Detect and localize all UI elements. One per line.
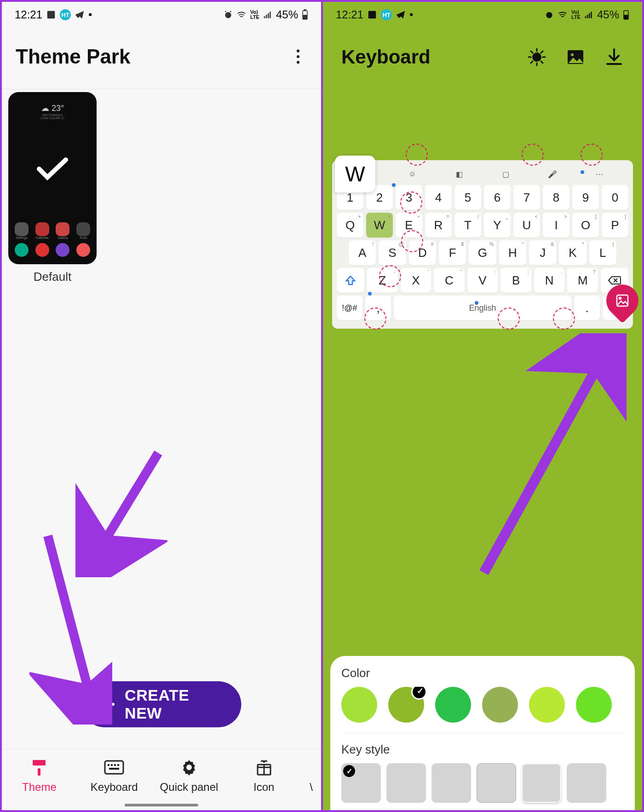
ht-icon: HT <box>60 9 71 20</box>
color-swatch-0[interactable] <box>341 687 377 723</box>
status-time: 12:21 <box>336 8 363 21</box>
svg-point-34 <box>619 297 621 299</box>
svg-point-11 <box>297 61 299 64</box>
svg-rect-24 <box>585 16 586 18</box>
keystyle-6[interactable] <box>567 763 606 803</box>
bottom-sheet: Color Key style <box>330 656 635 810</box>
alarm-icon <box>224 10 233 19</box>
svg-rect-26 <box>589 13 590 18</box>
key-G: G% <box>469 240 496 265</box>
svg-point-1 <box>225 12 231 18</box>
key-J: J& <box>529 240 556 265</box>
keystyle-flat[interactable] <box>341 763 381 803</box>
svg-rect-0 <box>47 11 55 19</box>
volte-icon: Vo)LTE <box>250 10 259 20</box>
nav-quick-panel[interactable]: Quick panel <box>155 758 224 794</box>
create-label: CREATE NEW <box>125 686 215 722</box>
svg-rect-22 <box>368 11 376 19</box>
key-Q: Q+ <box>337 213 363 238</box>
keyboard-icon <box>104 758 125 777</box>
keyboard-preview[interactable]: W ⚙ ☺ ◧ ▢ 🎤 ⋯ 1234567890 Q+W×E÷R=T/Y_U<I… <box>332 160 633 329</box>
gallery-icon <box>46 10 56 20</box>
theme-thumbnail-default[interactable]: ☁ 23°San Francisco14:04 CLEAR 17 Setting… <box>8 92 97 264</box>
toolbar-emoji-icon: ☺ <box>406 168 419 180</box>
key-7: 7 <box>513 185 540 210</box>
volte-icon: Vo)LTE <box>571 10 581 20</box>
dot-icon: • <box>88 8 92 21</box>
color-swatch-1[interactable] <box>388 687 424 723</box>
battery-icon <box>623 9 629 20</box>
svg-rect-27 <box>591 12 592 18</box>
nav-icon[interactable]: Icon <box>230 758 299 794</box>
key-C: C" <box>434 268 465 293</box>
svg-rect-16 <box>111 764 113 766</box>
status-bar: 12:21 HT • Vo)LTE 45% <box>2 2 321 28</box>
key-S: S@ <box>379 240 406 265</box>
svg-rect-29 <box>624 15 628 19</box>
svg-point-9 <box>297 50 299 52</box>
period-key: . <box>574 296 600 320</box>
gift-icon <box>253 758 275 777</box>
battery-pct: 45% <box>276 8 298 21</box>
color-swatch-2[interactable] <box>435 687 471 723</box>
key-popup: W <box>335 156 375 192</box>
status-bar: 12:21 HT • Vo)LTE 45% <box>323 2 642 28</box>
color-swatch-5[interactable] <box>576 687 612 723</box>
download-icon[interactable] <box>604 47 624 67</box>
key-4: 4 <box>425 185 452 210</box>
keystyle-5[interactable] <box>522 763 561 803</box>
page-title: Theme Park <box>16 45 130 68</box>
svg-rect-5 <box>270 12 271 18</box>
nav-theme[interactable]: Theme <box>5 758 74 794</box>
more-button[interactable] <box>289 47 307 66</box>
toolbar-mic-icon: 🎤 <box>546 168 559 180</box>
annotation-arrow-1 <box>75 448 167 577</box>
page-title: Keyboard <box>341 46 431 68</box>
key-5: 5 <box>454 185 481 210</box>
space-key: English <box>394 296 571 320</box>
key-8: 8 <box>543 185 569 210</box>
keystyle-3[interactable] <box>431 763 471 803</box>
toolbar-more-icon: ⋯ <box>593 168 606 180</box>
key-E: E÷ <box>396 213 422 238</box>
svg-rect-15 <box>108 764 109 766</box>
svg-rect-13 <box>38 768 40 776</box>
svg-rect-25 <box>587 15 588 18</box>
symbols-key: !@# <box>337 296 362 320</box>
svg-rect-2 <box>264 16 265 18</box>
nav-keyboard[interactable]: Keyboard <box>80 758 149 794</box>
gesture-bar <box>125 804 198 806</box>
dot-icon: • <box>409 8 413 21</box>
svg-rect-4 <box>268 13 269 18</box>
key-9: 9 <box>572 185 599 210</box>
key-F: F$ <box>439 240 466 265</box>
key-K: K* <box>559 240 586 265</box>
bottom-nav: Theme Keyboard Quick panel Icon \ <box>2 749 321 810</box>
shift-key <box>337 268 364 293</box>
key-U: U< <box>513 213 540 238</box>
battery-pct: 45% <box>597 8 619 21</box>
keystyle-4[interactable] <box>477 763 516 803</box>
brightness-icon[interactable] <box>527 47 546 67</box>
key-L: L( <box>589 240 616 265</box>
keystyle-label: Key style <box>341 742 624 757</box>
color-swatch-4[interactable] <box>529 687 565 723</box>
svg-rect-17 <box>114 764 116 766</box>
svg-point-10 <box>297 55 299 58</box>
keystyle-2[interactable] <box>386 763 426 803</box>
nav-more[interactable]: \ <box>305 758 318 794</box>
svg-rect-18 <box>117 764 119 766</box>
thumbnail-label: Default <box>8 270 97 284</box>
status-time: 12:21 <box>15 8 42 21</box>
color-swatch-3[interactable] <box>482 687 518 723</box>
svg-point-23 <box>546 12 552 18</box>
create-new-button[interactable]: CREATE NEW <box>82 681 242 727</box>
key-M: M? <box>567 268 598 293</box>
key-A: A! <box>349 240 376 265</box>
image-icon[interactable] <box>566 47 585 67</box>
annotation-arrow-3 <box>470 333 627 582</box>
key-D: D# <box>409 240 436 265</box>
gear-icon <box>178 758 200 777</box>
toolbar-clipboard-icon: ▢ <box>500 168 512 180</box>
key-Y: Y_ <box>484 213 511 238</box>
